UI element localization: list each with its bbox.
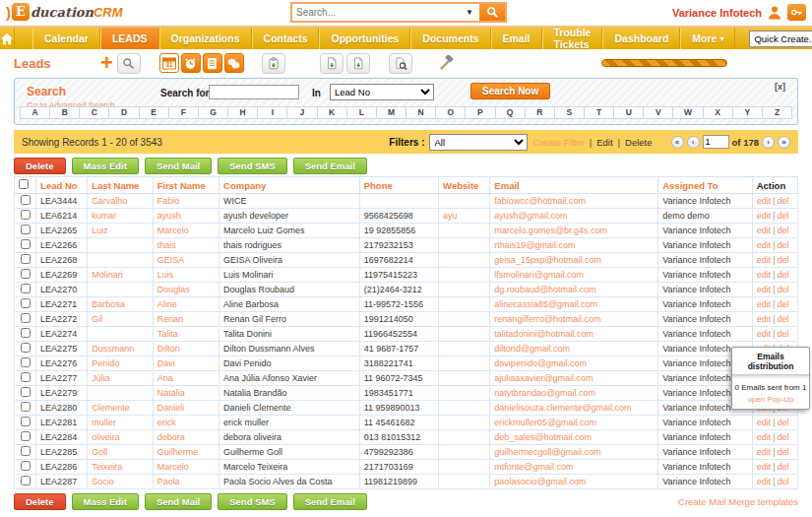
first-page-button[interactable]: « (671, 136, 684, 149)
cell-first-name[interactable]: Dilton (153, 342, 219, 356)
cell-email[interactable]: danielisouza.clemente@gmail.com (490, 401, 658, 416)
del-link[interactable]: del (778, 226, 789, 235)
select-all-checkbox[interactable] (19, 179, 29, 189)
del-link[interactable]: del (778, 477, 789, 486)
edit-link[interactable]: edit (757, 285, 772, 294)
cell-email[interactable]: mtfonte@gmail.com (490, 460, 658, 475)
tab-documents[interactable]: Documents (410, 28, 490, 49)
col-phone[interactable]: Phone (359, 177, 438, 194)
alpha-filter-o[interactable]: O (436, 106, 466, 119)
cell-last-name[interactable]: Carvalho (88, 194, 153, 209)
alpha-filter-w[interactable]: W (673, 106, 703, 119)
send-email-button-bottom[interactable]: Send Email (293, 493, 367, 510)
col-lead-no[interactable]: Lead No (36, 177, 88, 194)
cell-email[interactable]: deb_sales@hotmail.com (490, 430, 658, 445)
cell-email[interactable]: geisa_15psp@hotmail.com (490, 253, 658, 268)
row-checkbox[interactable] (21, 461, 31, 471)
cell-last-name[interactable]: Luiz (88, 224, 153, 238)
alpha-filter-l[interactable]: L (347, 106, 377, 119)
alpha-filter-f[interactable]: F (169, 106, 199, 119)
alpha-filter-c[interactable]: C (80, 106, 109, 119)
cell-first-name[interactable]: Fabio (153, 194, 219, 209)
col-assigned-to[interactable]: Assigned To (658, 177, 752, 194)
tools-hammer-icon[interactable] (437, 55, 454, 72)
alpha-filter-i[interactable]: I (258, 106, 287, 119)
user-name[interactable]: Variance Infotech (672, 7, 762, 19)
cell-email[interactable]: ajuliaaxavier@gmail.com (490, 371, 658, 386)
logout-key-button[interactable] (787, 4, 806, 21)
prev-page-button[interactable]: ‹ (687, 136, 700, 149)
cell-first-name[interactable]: Guilherme (153, 445, 219, 460)
search-dropdown-arrow-icon[interactable]: ▼ (460, 4, 479, 21)
global-search-input[interactable] (292, 4, 460, 21)
quick-create-select[interactable]: Quick Create... (749, 31, 812, 47)
cell-email[interactable]: alinecassia85@gmail.com (490, 297, 658, 312)
cell-first-name[interactable]: Danieli (153, 401, 219, 416)
search-submit-button[interactable] (479, 4, 505, 21)
cell-last-name[interactable]: Júlia (88, 371, 153, 386)
del-link[interactable]: del (778, 285, 789, 294)
send-sms-button[interactable]: Send SMS (218, 158, 286, 174)
cell-first-name[interactable]: Douglas (153, 283, 219, 297)
tab-more[interactable]: More▾ (680, 28, 735, 49)
del-link[interactable]: del (778, 196, 789, 206)
row-checkbox[interactable] (21, 195, 31, 205)
row-checkbox[interactable] (21, 313, 31, 323)
cell-last-name[interactable]: muller (88, 416, 153, 430)
cell-last-name[interactable]: Clemente (88, 401, 153, 416)
del-link[interactable]: del (778, 447, 789, 457)
alpha-filter-v[interactable]: V (644, 106, 673, 119)
edit-link[interactable]: edit (757, 255, 772, 265)
col-email[interactable]: Email (490, 177, 658, 194)
col-first-name[interactable]: First Name (153, 177, 219, 194)
tab-email[interactable]: Email (491, 28, 542, 49)
row-checkbox[interactable] (21, 387, 31, 397)
cell-first-name[interactable]: Marcelo (153, 460, 219, 475)
cell-email[interactable]: paolasocio@gmail.com (490, 475, 658, 489)
delete-filter-link[interactable]: Delete (625, 137, 652, 148)
del-link[interactable]: del (778, 418, 789, 427)
alpha-filter-n[interactable]: N (406, 106, 436, 119)
row-checkbox[interactable] (21, 343, 31, 353)
del-link[interactable]: del (778, 211, 789, 221)
edit-link[interactable]: edit (757, 418, 772, 427)
user-icon[interactable] (767, 5, 782, 21)
col-company[interactable]: Company (219, 177, 360, 194)
edit-link[interactable]: edit (757, 211, 772, 221)
tab-dashboard[interactable]: Dashboard (602, 28, 680, 49)
search-for-input[interactable] (209, 85, 299, 99)
send-sms-button-bottom[interactable]: Send SMS (218, 493, 286, 510)
clone-icon[interactable] (224, 53, 244, 73)
del-link[interactable]: del (778, 432, 789, 442)
cell-first-name[interactable]: ayush (153, 209, 219, 224)
cell-first-name[interactable]: Ana (153, 371, 219, 386)
cell-last-name[interactable]: Socio (88, 475, 153, 489)
row-checkbox[interactable] (21, 417, 31, 426)
edit-link[interactable]: edit (757, 196, 772, 206)
del-link[interactable]: del (778, 314, 789, 324)
edit-link[interactable]: edit (757, 270, 772, 280)
edit-link[interactable]: edit (757, 462, 772, 472)
alpha-filter-t[interactable]: T (585, 106, 614, 119)
cell-last-name[interactable]: Barbosa (88, 297, 153, 312)
cell-last-name[interactable]: oliveira (88, 430, 153, 445)
notes-icon[interactable] (203, 53, 222, 73)
add-lead-icon[interactable]: + (100, 53, 113, 73)
edit-link[interactable]: edit (757, 432, 772, 442)
alpha-filter-p[interactable]: P (466, 106, 495, 119)
alpha-filter-m[interactable]: M (377, 106, 406, 119)
cell-last-name[interactable]: Penido (88, 356, 153, 371)
close-search-panel[interactable]: [x] (775, 82, 785, 92)
alpha-filter-s[interactable]: S (555, 106, 585, 119)
cell-email[interactable]: marcelo.gomes@br.g4s.com (490, 224, 658, 238)
cell-first-name[interactable]: erick (153, 416, 219, 430)
del-link[interactable]: del (778, 240, 789, 250)
edit-link[interactable]: edit (757, 329, 772, 339)
row-checkbox[interactable] (21, 357, 31, 367)
cell-first-name[interactable]: Renan (153, 312, 219, 327)
delete-button[interactable]: Delete (14, 158, 66, 174)
cell-first-name[interactable]: Marcelo (153, 224, 219, 238)
cell-last-name[interactable] (88, 327, 153, 342)
cell-first-name[interactable]: Talita (153, 327, 219, 342)
cell-last-name[interactable]: Dussmann (88, 342, 153, 356)
